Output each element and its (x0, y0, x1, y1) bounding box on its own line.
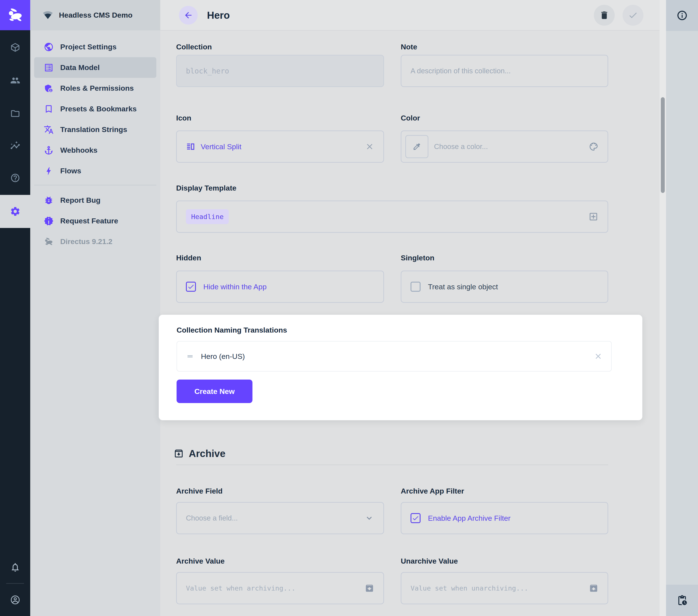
note-placeholder: A description of this collection... (410, 67, 511, 75)
hidden-checkbox-label[interactable]: Hide within the App (203, 283, 267, 291)
vertical-split-icon (186, 142, 195, 151)
display-template-input[interactable]: Headline (176, 201, 608, 233)
eyedropper-icon (413, 142, 421, 151)
create-new-button[interactable]: Create New (177, 380, 252, 403)
sidebar-item-data-model[interactable]: Data Model (34, 57, 156, 78)
translations-title: Collection Naming Translations (177, 326, 287, 334)
directus-rabbit-icon (6, 6, 24, 24)
directus-app: Headless CMS Demo Project Settings Data … (0, 0, 698, 616)
sidebar-info-button[interactable] (666, 0, 698, 31)
save-button[interactable] (623, 5, 643, 26)
palette-icon (589, 142, 598, 151)
data-model-icon (44, 63, 54, 73)
directus-rabbit-icon (44, 237, 54, 247)
singleton-checkbox[interactable] (410, 282, 420, 292)
archive-icon (173, 448, 184, 459)
archive-app-filter-checkbox-label[interactable]: Enable App Archive Filter (428, 514, 511, 522)
right-sidebar (666, 0, 698, 616)
globe-icon (44, 42, 54, 52)
archive-field-placeholder: Choose a field... (186, 514, 238, 522)
module-insights-button[interactable] (0, 134, 30, 158)
translation-item-label: Hero (en-US) (201, 352, 245, 361)
archive-value-placeholder: Value set when archiving... (186, 584, 295, 592)
close-icon[interactable] (365, 142, 374, 151)
note-label: Note (401, 43, 417, 51)
bolt-icon (44, 166, 54, 176)
hidden-checkbox[interactable] (186, 282, 196, 292)
sidebar-item-webhooks[interactable]: Webhooks (30, 140, 160, 161)
version-label: Directus 9.21.2 (60, 237, 112, 246)
note-input[interactable]: A description of this collection... (401, 55, 608, 87)
sidebar-revisions-button[interactable] (666, 585, 698, 616)
sidebar-item-roles-permissions[interactable]: Roles & Permissions (30, 78, 160, 98)
sidebar-item-label: Presets & Bookmarks (60, 105, 137, 113)
color-input[interactable]: Choose a color... (401, 131, 608, 163)
eyedropper-swatch-button[interactable] (405, 135, 428, 158)
archive-field-select[interactable]: Choose a field... (176, 502, 384, 534)
scrollbar-track[interactable] (659, 0, 666, 616)
singleton-field: Treat as single object (401, 271, 608, 303)
module-files-button[interactable] (0, 101, 30, 125)
archive-value-label: Archive Value (176, 557, 225, 565)
sidebar-item-label: Report Bug (60, 196, 100, 204)
add-field-icon[interactable] (588, 211, 598, 222)
module-users-button[interactable] (0, 69, 30, 93)
notifications-button[interactable] (0, 555, 30, 579)
archive-down-icon (365, 584, 374, 593)
drag-handle-icon[interactable] (186, 352, 194, 361)
sidebar-item-presets-bookmarks[interactable]: Presets & Bookmarks (30, 98, 160, 119)
files-folder-icon (10, 109, 20, 119)
delete-collection-button[interactable] (594, 5, 615, 26)
sidebar-item-report-bug[interactable]: Report Bug (30, 190, 160, 210)
project-name: Headless CMS Demo (59, 11, 132, 19)
signal-strength-icon (43, 10, 53, 20)
nav-items: Project Settings Data Model Roles & Perm… (30, 37, 160, 181)
page-header (160, 0, 659, 31)
icon-input[interactable]: Vertical Split (176, 131, 384, 163)
user-menu-button[interactable] (0, 588, 30, 612)
notifications-bell-icon (10, 562, 20, 573)
archive-app-filter-checkbox[interactable] (410, 513, 420, 523)
singleton-checkbox-label[interactable]: Treat as single object (428, 283, 498, 291)
module-content-button[interactable] (0, 36, 30, 59)
info-icon (676, 10, 688, 21)
nav-secondary-items: Report Bug Request Feature Directus 9.21… (30, 190, 160, 252)
module-bar (0, 0, 30, 616)
sidebar-item-request-feature[interactable]: Request Feature (30, 210, 160, 231)
help-icon (10, 173, 20, 183)
revisions-clipboard-icon (676, 595, 688, 606)
content-cube-icon (10, 42, 20, 52)
collection-label: Collection (176, 43, 212, 51)
project-header[interactable]: Headless CMS Demo (30, 0, 160, 30)
sidebar-item-label: Flows (60, 167, 81, 175)
sidebar-divider (34, 185, 156, 185)
unarchive-value-label: Unarchive Value (401, 557, 458, 565)
close-icon[interactable] (594, 352, 602, 361)
user-avatar-icon (10, 595, 20, 605)
check-icon (628, 10, 638, 20)
archive-field-label: Archive Field (176, 487, 223, 495)
template-field-chip[interactable]: Headline (186, 209, 229, 224)
sidebar-item-label: Data Model (60, 63, 100, 72)
archive-section-title: Archive (189, 448, 225, 460)
sidebar-item-label: Request Feature (60, 217, 118, 225)
scrollbar-thumb[interactable] (661, 97, 665, 193)
translation-list-item[interactable]: Hero (en-US) (177, 341, 612, 371)
unarchive-value-input[interactable]: Value set when unarchiving... (401, 572, 608, 604)
archive-value-input[interactable]: Value set when archiving... (176, 572, 384, 604)
module-bar-divider (6, 583, 24, 584)
module-help-button[interactable] (0, 166, 30, 190)
sidebar-item-project-settings[interactable]: Project Settings (30, 37, 160, 57)
bookmark-icon (44, 104, 54, 114)
back-button[interactable] (179, 6, 198, 25)
directus-logo-button[interactable] (0, 0, 30, 30)
chevron-down-icon (364, 513, 374, 523)
archive-section-header: Archive (173, 448, 225, 460)
collection-value: block_hero (186, 67, 229, 75)
module-settings-button[interactable] (0, 195, 30, 228)
hidden-field: Hide within the App (176, 271, 384, 303)
color-placeholder: Choose a color... (434, 142, 488, 151)
sidebar-item-flows[interactable]: Flows (30, 161, 160, 181)
sidebar-item-translation-strings[interactable]: Translation Strings (30, 119, 160, 140)
sidebar-item-label: Project Settings (60, 43, 116, 51)
